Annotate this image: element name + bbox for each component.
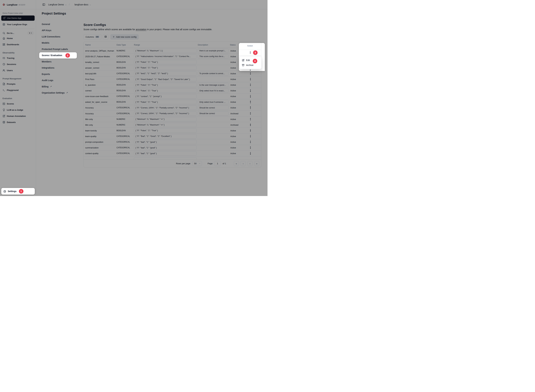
step-badge-2: 2 [66, 53, 70, 58]
settings-nav-item-scores-evaluation[interactable]: Scores / Evaluation2 [39, 52, 77, 59]
app-window: Langfuse v3.113.0 Demo Project (view onl… [0, 0, 268, 196]
step-badge-4: 4 [253, 59, 257, 63]
gear-icon [4, 190, 6, 193]
col-header-action: Action [239, 45, 261, 47]
divider [239, 50, 261, 50]
row-actions-kebab[interactable] [249, 51, 251, 54]
step-badge-3: 3 [253, 50, 258, 55]
dim-overlay [0, 0, 268, 196]
archive-icon [242, 64, 244, 66]
step-badge-1: 1 [19, 189, 23, 193]
row-action-menu: Edit Archive [239, 56, 262, 69]
menu-item-edit[interactable]: Edit [240, 58, 260, 63]
menu-item-archive[interactable]: Archive [240, 63, 260, 67]
sidebar-item-settings[interactable]: Settings 1 [1, 188, 35, 195]
edit-icon [242, 59, 244, 61]
